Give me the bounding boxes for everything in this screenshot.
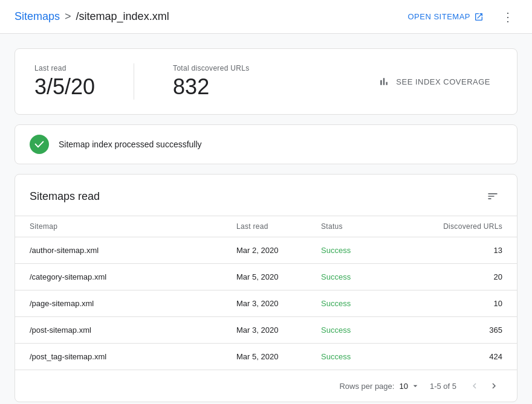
table-rows-container: /author-sitemap.xml Mar 2, 2020 Success … (15, 237, 517, 370)
success-banner: Sitemap index processed successfully (15, 124, 517, 164)
filter-icon-svg (487, 190, 499, 202)
external-link-icon (474, 12, 484, 22)
cell-sitemap-3: /post-sitemap.xml (30, 325, 236, 335)
next-page-button[interactable] (485, 377, 502, 394)
col-header-discovered-urls: Discovered URLs (406, 222, 502, 231)
cell-sitemap-2: /page-sitemap.xml (30, 299, 236, 308)
cell-date-4: Mar 5, 2020 (236, 352, 321, 361)
open-sitemap-button[interactable]: OPEN SITEMAP (403, 8, 488, 25)
prev-page-button[interactable] (466, 377, 483, 394)
sitemaps-breadcrumb-link[interactable]: Sitemaps (15, 10, 60, 23)
page-navigation (466, 377, 502, 394)
stats-card: Last read 3/5/20 Total discovered URLs 8… (15, 48, 517, 115)
sitemaps-read-title: Sitemaps read (30, 190, 100, 203)
cell-status-0: Success (321, 246, 406, 255)
more-options-button[interactable]: ⋮ (498, 7, 517, 27)
cell-date-3: Mar 3, 2020 (236, 325, 321, 335)
bar-chart-icon (378, 75, 390, 88)
filter-button[interactable] (483, 187, 502, 206)
open-sitemap-label: OPEN SITEMAP (407, 12, 470, 21)
table-header: Sitemap Last read Status Discovered URLs (15, 216, 517, 237)
col-header-last-read: Last read (236, 222, 321, 231)
chevron-down-icon (410, 381, 420, 391)
cell-status-1: Success (321, 272, 406, 281)
cell-date-2: Mar 3, 2020 (236, 299, 321, 308)
cell-status-4: Success (321, 352, 406, 361)
sitemaps-read-card: Sitemaps read Sitemap Last read Status D… (15, 174, 517, 402)
main-content: Last read 3/5/20 Total discovered URLs 8… (0, 34, 532, 404)
pagination: Rows per page: 10 1-5 of 5 (15, 370, 517, 402)
cell-urls-1: 20 (406, 272, 502, 281)
breadcrumb-current-page: /sitemap_index.xml (76, 10, 169, 23)
rows-per-page-control: Rows per page: 10 (339, 381, 420, 391)
total-urls-stat: Total discovered URLs 832 (173, 64, 249, 99)
table-row: /post_tag-sitemap.xml Mar 5, 2020 Succes… (15, 344, 517, 370)
col-header-sitemap: Sitemap (30, 222, 236, 231)
cell-date-1: Mar 5, 2020 (236, 272, 321, 281)
last-read-value: 3/5/20 (34, 75, 95, 99)
table-row: /post-sitemap.xml Mar 3, 2020 Success 36… (15, 317, 517, 344)
table-row: /author-sitemap.xml Mar 2, 2020 Success … (15, 237, 517, 264)
sitemaps-table: Sitemap Last read Status Discovered URLs… (15, 216, 517, 370)
last-read-label: Last read (34, 64, 95, 72)
rows-per-page-label: Rows per page: (339, 382, 394, 391)
table-row: /category-sitemap.xml Mar 5, 2020 Succes… (15, 264, 517, 290)
chevron-right-icon (488, 380, 499, 391)
rows-per-page-value: 10 (399, 382, 407, 391)
rows-per-page-select[interactable]: 10 (399, 381, 420, 391)
cell-status-2: Success (321, 299, 406, 308)
cell-urls-3: 365 (406, 325, 502, 335)
page-range: 1-5 of 5 (430, 382, 456, 391)
cell-urls-2: 10 (406, 299, 502, 308)
see-index-label: SEE INDEX COVERAGE (396, 77, 490, 86)
total-urls-value: 832 (173, 75, 249, 99)
breadcrumb: Sitemaps > /sitemap_index.xml (15, 10, 169, 23)
cell-status-3: Success (321, 325, 406, 335)
col-header-status: Status (321, 222, 406, 231)
chevron-left-icon (469, 380, 480, 391)
sitemaps-card-header: Sitemaps read (15, 175, 517, 216)
breadcrumb-separator: > (65, 10, 71, 23)
cell-sitemap-0: /author-sitemap.xml (30, 246, 236, 255)
last-read-stat: Last read 3/5/20 (34, 64, 95, 99)
total-urls-label: Total discovered URLs (173, 64, 249, 72)
cell-sitemap-1: /category-sitemap.xml (30, 272, 236, 281)
cell-urls-4: 424 (406, 352, 502, 361)
table-row: /page-sitemap.xml Mar 3, 2020 Success 10 (15, 290, 517, 317)
cell-urls-0: 13 (406, 246, 502, 255)
checkmark-icon (34, 141, 44, 148)
cell-date-0: Mar 2, 2020 (236, 246, 321, 255)
more-icon-dots: ⋮ (502, 10, 514, 24)
stat-divider (134, 63, 134, 100)
page-header: Sitemaps > /sitemap_index.xml OPEN SITEM… (0, 0, 532, 34)
cell-sitemap-4: /post_tag-sitemap.xml (30, 352, 236, 361)
success-icon-circle (30, 135, 49, 154)
success-message: Sitemap index processed successfully (59, 139, 202, 149)
see-index-coverage-button[interactable]: SEE INDEX COVERAGE (371, 71, 498, 92)
header-actions: OPEN SITEMAP ⋮ (403, 7, 517, 27)
